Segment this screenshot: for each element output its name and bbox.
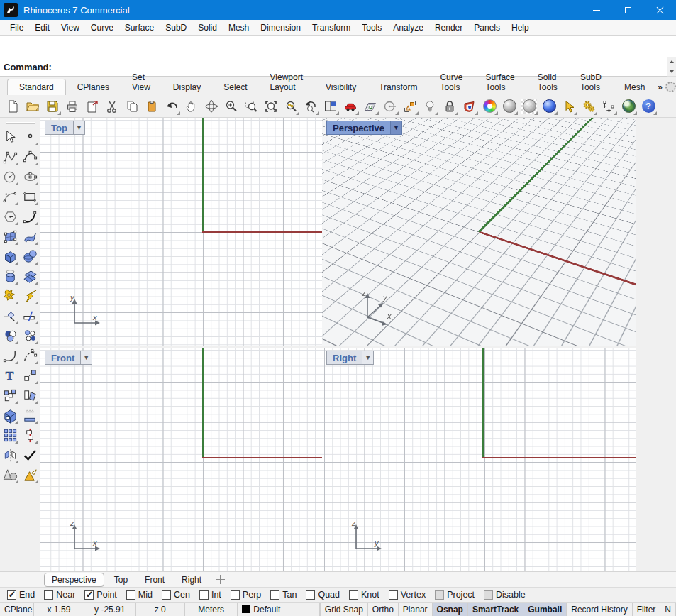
maximize-button[interactable] <box>612 0 644 20</box>
status-toggle-ortho[interactable]: Ortho <box>368 603 399 616</box>
ellipse-icon[interactable] <box>21 167 40 187</box>
tab-overflow-chevron-icon[interactable]: » <box>658 82 663 92</box>
zoom-selected-icon[interactable] <box>261 97 281 116</box>
pick-objects-icon[interactable] <box>559 97 579 116</box>
status-toggle-record-history[interactable]: Record History <box>567 603 632 616</box>
status-toggle-osnap[interactable]: Osnap <box>433 603 468 616</box>
checkbox[interactable] <box>349 590 358 600</box>
osnap-vertex[interactable]: Vertex <box>389 590 426 600</box>
tab-solid-tools[interactable]: Solid Tools <box>526 70 569 95</box>
menu-item-file[interactable]: File <box>4 21 29 34</box>
menu-item-transform[interactable]: Transform <box>306 21 356 34</box>
selection-filter-icon[interactable] <box>400 97 420 116</box>
object-color-icon[interactable] <box>480 97 499 116</box>
trim-icon[interactable] <box>1 306 20 326</box>
menu-item-view[interactable]: View <box>55 21 85 34</box>
surface-from-mesh-icon[interactable] <box>21 266 40 286</box>
menu-item-tools[interactable]: Tools <box>356 21 387 34</box>
osnap-near[interactable]: Near <box>44 590 75 600</box>
status-toggle-planar[interactable]: Planar <box>399 603 433 616</box>
print-icon[interactable] <box>62 97 82 116</box>
help-icon[interactable] <box>638 97 658 116</box>
copy-objects-icon[interactable] <box>1 385 20 405</box>
tab-surface-tools[interactable]: Surface Tools <box>474 70 526 95</box>
linear-array-icon[interactable] <box>21 425 40 445</box>
checkbox[interactable] <box>126 590 135 600</box>
menu-item-mesh[interactable]: Mesh <box>223 21 255 34</box>
new-file-icon[interactable] <box>3 97 23 116</box>
close-button[interactable] <box>644 0 676 20</box>
rotate-view-icon[interactable] <box>201 97 221 116</box>
tab-transform[interactable]: Transform <box>367 79 428 95</box>
chevron-down-icon[interactable]: ▼ <box>80 351 92 364</box>
tab-visibility[interactable]: Visibility <box>314 79 367 95</box>
menu-item-surface[interactable]: Surface <box>119 21 160 34</box>
osnap-mid[interactable]: Mid <box>126 590 153 600</box>
sphere-icon[interactable] <box>21 246 40 266</box>
status-toggle-gumball[interactable]: Gumball <box>523 603 567 616</box>
open-file-icon[interactable] <box>23 97 43 116</box>
tab-subd-tools[interactable]: SubD Tools <box>569 70 613 95</box>
curved-surface-icon[interactable] <box>21 226 40 246</box>
chevron-down-icon[interactable]: ▼ <box>73 121 84 134</box>
checkbox[interactable] <box>84 590 94 600</box>
rendered-viewport-icon[interactable] <box>539 97 559 116</box>
osnap-knot[interactable]: Knot <box>349 590 379 600</box>
surface-from-corner-points-icon[interactable] <box>1 226 20 246</box>
undo-icon[interactable] <box>162 97 182 116</box>
extend-curve-icon[interactable] <box>21 346 40 365</box>
single-point-icon[interactable] <box>21 127 40 147</box>
checkbox[interactable] <box>44 590 53 600</box>
extrude-icon[interactable] <box>21 405 40 425</box>
control-point-curve-icon[interactable] <box>21 147 40 167</box>
cylinder-icon[interactable] <box>1 266 20 286</box>
viewport-tab-top[interactable]: Top <box>107 573 135 586</box>
circle-icon[interactable] <box>1 167 20 187</box>
export-with-origin-icon[interactable] <box>82 97 102 116</box>
scroll-down-icon[interactable] <box>667 67 676 77</box>
rotate-icon[interactable] <box>21 385 40 405</box>
menu-item-dimension[interactable]: Dimension <box>255 21 306 34</box>
box-icon[interactable] <box>1 246 20 266</box>
hide-objects-icon[interactable] <box>380 97 400 116</box>
checkbox[interactable] <box>162 590 171 600</box>
tab-standard[interactable]: Standard <box>7 79 66 95</box>
paste-icon[interactable] <box>142 97 162 116</box>
menu-item-subd[interactable]: SubD <box>160 21 192 34</box>
status-toggle-truncated[interactable]: N <box>660 603 676 616</box>
osnap-point[interactable]: Point <box>84 590 117 600</box>
viewport-right-canvas[interactable]: Right ▼ z y <box>322 348 636 571</box>
tab-curve-tools[interactable]: Curve Tools <box>428 70 474 95</box>
cut-icon[interactable] <box>102 97 122 116</box>
scroll-up-icon[interactable] <box>667 57 676 67</box>
point-cloud-icon[interactable] <box>21 326 40 346</box>
polyline-icon[interactable] <box>1 147 20 167</box>
render-preview-icon[interactable] <box>21 465 40 485</box>
viewport-top-canvas[interactable]: Top ▼ y x <box>40 118 360 346</box>
tab-viewport-layout[interactable]: Viewport Layout <box>259 70 314 95</box>
text-object-icon[interactable]: T <box>1 365 20 385</box>
tab-display[interactable]: Display <box>162 79 212 95</box>
menu-item-panels[interactable]: Panels <box>468 21 506 34</box>
tab-mesh[interactable]: Mesh <box>613 79 656 95</box>
undo-view-change-icon[interactable] <box>301 97 321 116</box>
rhino-web-resources-icon[interactable] <box>619 97 638 116</box>
lights-icon[interactable] <box>420 97 440 116</box>
tab-cplanes[interactable]: CPlanes <box>66 79 121 95</box>
osnap-quad[interactable]: Quad <box>306 590 340 600</box>
viewport-layout-icon[interactable] <box>321 97 340 116</box>
set-cplane-icon[interactable] <box>360 97 380 116</box>
rectangular-array-icon[interactable] <box>1 425 20 445</box>
toolbar-settings-gear-icon[interactable] <box>665 82 676 92</box>
save-file-icon[interactable] <box>43 97 62 116</box>
copy-icon[interactable] <box>122 97 142 116</box>
menu-item-render[interactable]: Render <box>429 21 468 34</box>
options-icon[interactable] <box>579 97 599 116</box>
select-pointer-icon[interactable] <box>1 127 20 147</box>
dimensions-icon[interactable] <box>599 97 619 116</box>
menu-item-solid[interactable]: Solid <box>192 21 223 34</box>
checkbox[interactable] <box>270 590 279 600</box>
viewport-tab-perspective[interactable]: Perspective <box>44 573 104 587</box>
chevron-down-icon[interactable]: ▼ <box>362 351 373 364</box>
checkbox[interactable] <box>389 590 398 600</box>
